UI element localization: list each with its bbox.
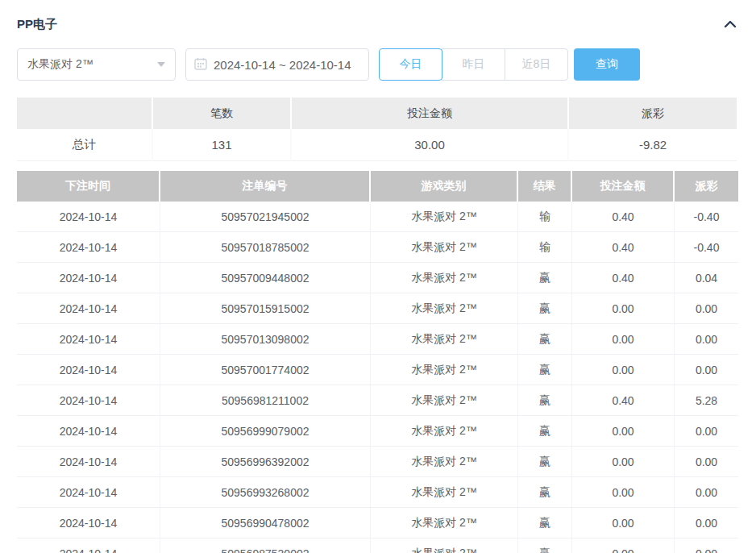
- cell-result: 赢: [518, 447, 572, 477]
- summary-col-count: 笔数: [153, 98, 292, 129]
- cell-payout: 5.28: [675, 385, 738, 416]
- query-button[interactable]: 查询: [574, 48, 640, 81]
- cell-bet-amount: 0.40: [572, 202, 675, 232]
- cell-bet-time: 2024-10-14: [17, 263, 160, 293]
- table-row: 2024-10-14 50956996392002 水果派对 2™ 赢 0.00…: [17, 447, 738, 477]
- table-row: 2024-10-14 50956981211002 水果派对 2™ 赢 0.40…: [17, 385, 738, 416]
- cell-payout: 0.00: [675, 477, 738, 508]
- quick-filter-yesterday[interactable]: 昨日: [442, 48, 505, 81]
- cell-bet-amount: 0.00: [572, 293, 675, 324]
- quick-filter-last8days[interactable]: 近8日: [505, 48, 568, 81]
- cell-order-number: 50956987530002: [160, 538, 371, 553]
- summary-col-bet-amount: 投注金额: [292, 98, 569, 129]
- date-range-value: 2024-10-14 ~ 2024-10-14: [214, 58, 351, 72]
- table-row: 2024-10-14 50957015915002 水果派对 2™ 赢 0.00…: [17, 293, 738, 324]
- records-body: 2024-10-14 50957021945002 水果派对 2™ 输 0.40…: [17, 202, 738, 553]
- cell-payout: -0.40: [675, 232, 738, 263]
- cell-result: 赢: [518, 263, 572, 293]
- cell-order-number: 50956999079002: [160, 416, 371, 447]
- summary-header-row: 笔数 投注金额 派彩: [17, 98, 738, 129]
- cell-result: 输: [518, 232, 572, 263]
- cell-game-type: 水果派对 2™: [371, 508, 518, 538]
- table-row: 2024-10-14 50957018785002 水果派对 2™ 输 0.40…: [17, 232, 738, 263]
- cell-game-type: 水果派对 2™: [371, 202, 518, 232]
- cell-bet-time: 2024-10-14: [17, 477, 160, 508]
- cell-order-number: 50956993268002: [160, 477, 371, 508]
- cell-game-type: 水果派对 2™: [371, 385, 518, 416]
- cell-result: 赢: [518, 293, 572, 324]
- cell-bet-amount: 0.00: [572, 447, 675, 477]
- records-table: 下注时间 注单编号 游戏类别 结果 投注金额 派彩 2024-10-14 509…: [17, 171, 738, 553]
- cell-bet-time: 2024-10-14: [17, 447, 160, 477]
- records-col-payout: 派彩: [675, 171, 738, 202]
- quick-filter-today[interactable]: 今日: [379, 48, 442, 81]
- cell-game-type: 水果派对 2™: [371, 324, 518, 355]
- table-row: 2024-10-14 50956993268002 水果派对 2™ 赢 0.00…: [17, 477, 738, 508]
- cell-game-type: 水果派对 2™: [371, 447, 518, 477]
- game-select[interactable]: 水果派对 2™: [17, 48, 176, 81]
- cell-bet-amount: 0.00: [572, 477, 675, 508]
- cell-bet-time: 2024-10-14: [17, 416, 160, 447]
- cell-bet-time: 2024-10-14: [17, 385, 160, 416]
- pp-electronics-panel: PP电子 水果派对 2™ 2024-10-14 ~ 2024-10-14: [0, 0, 756, 553]
- cell-bet-amount: 0.00: [572, 508, 675, 538]
- calendar-icon: [194, 57, 214, 73]
- chevron-up-icon: [724, 17, 737, 31]
- summary-total-bet-amount: 30.00: [292, 129, 569, 161]
- cell-order-number: 50957021945002: [160, 202, 371, 232]
- cell-result: 赢: [518, 355, 572, 385]
- records-col-result: 结果: [518, 171, 572, 202]
- cell-bet-amount: 0.00: [572, 324, 675, 355]
- cell-result: 赢: [518, 385, 572, 416]
- table-row: 2024-10-14 50957021945002 水果派对 2™ 输 0.40…: [17, 202, 738, 232]
- cell-payout: 0.00: [675, 538, 738, 553]
- summary-total-row: 总计 131 30.00 -9.82: [17, 129, 738, 161]
- quick-range-group: 今日 昨日 近8日: [379, 48, 568, 81]
- chevron-down-icon: [157, 62, 165, 67]
- summary-col-payout: 派彩: [569, 98, 737, 129]
- cell-order-number: 50957009448002: [160, 263, 371, 293]
- cell-order-number: 50956996392002: [160, 447, 371, 477]
- cell-payout: 0.00: [675, 508, 738, 538]
- cell-bet-amount: 0.00: [572, 416, 675, 447]
- records-col-bet-amount: 投注金额: [572, 171, 675, 202]
- summary-col-blank: [17, 98, 153, 129]
- summary-total-payout: -9.82: [569, 129, 737, 161]
- date-range-input[interactable]: 2024-10-14 ~ 2024-10-14: [185, 48, 369, 81]
- cell-bet-time: 2024-10-14: [17, 293, 160, 324]
- table-row: 2024-10-14 50957001774002 水果派对 2™ 赢 0.00…: [17, 355, 738, 385]
- records-col-order-number: 注单编号: [160, 171, 371, 202]
- table-row: 2024-10-14 50956999079002 水果派对 2™ 赢 0.00…: [17, 416, 738, 447]
- cell-order-number: 50957001774002: [160, 355, 371, 385]
- summary-table: 笔数 投注金额 派彩 总计 131 30.00 -9.82: [17, 98, 738, 161]
- cell-payout: 0.00: [675, 293, 738, 324]
- panel-header: PP电子: [17, 16, 738, 32]
- cell-bet-time: 2024-10-14: [17, 324, 160, 355]
- cell-bet-amount: 0.40: [572, 385, 675, 416]
- cell-result: 赢: [518, 477, 572, 508]
- cell-game-type: 水果派对 2™: [371, 477, 518, 508]
- cell-game-type: 水果派对 2™: [371, 263, 518, 293]
- cell-result: 赢: [518, 416, 572, 447]
- cell-game-type: 水果派对 2™: [371, 538, 518, 553]
- cell-bet-time: 2024-10-14: [17, 508, 160, 538]
- collapse-button[interactable]: [722, 15, 738, 33]
- cell-bet-amount: 0.40: [572, 263, 675, 293]
- filter-bar: 水果派对 2™ 2024-10-14 ~ 2024-10-14 今日 昨日 近8…: [17, 48, 738, 81]
- cell-bet-time: 2024-10-14: [17, 538, 160, 553]
- cell-result: 输: [518, 202, 572, 232]
- cell-payout: -0.40: [675, 202, 738, 232]
- cell-game-type: 水果派对 2™: [371, 355, 518, 385]
- cell-payout: 0.00: [675, 324, 738, 355]
- table-row: 2024-10-14 50957009448002 水果派对 2™ 赢 0.40…: [17, 263, 738, 293]
- cell-bet-amount: 0.00: [572, 538, 675, 553]
- table-row: 2024-10-14 50956990478002 水果派对 2™ 赢 0.00…: [17, 508, 738, 538]
- cell-order-number: 50957015915002: [160, 293, 371, 324]
- cell-bet-amount: 0.40: [572, 232, 675, 263]
- records-header-row: 下注时间 注单编号 游戏类别 结果 投注金额 派彩: [17, 171, 738, 202]
- records-col-bet-time: 下注时间: [17, 171, 160, 202]
- cell-game-type: 水果派对 2™: [371, 293, 518, 324]
- cell-bet-time: 2024-10-14: [17, 202, 160, 232]
- records-col-game-type: 游戏类别: [371, 171, 518, 202]
- cell-order-number: 50956981211002: [160, 385, 371, 416]
